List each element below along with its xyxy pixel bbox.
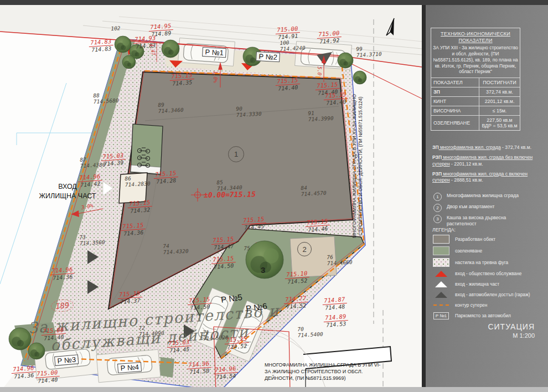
indicators-table-header: ТЕХНИКО-ИКОНОМИЧЕСКИПОКАЗАТЕЛИ ЗА УПИ XI… <box>431 28 520 78</box>
elevation-label: 715.15714.37 <box>117 290 143 306</box>
point-label: 71714.5020 <box>203 329 229 342</box>
callout-text: Двор към апартамент <box>447 204 535 210</box>
indicators-table: ТЕХНИКО-ИКОНОМИЧЕСКИПОКАЗАТЕЛИ ЗА УПИ XI… <box>431 28 520 131</box>
legend-item: вход - жилищна част <box>432 280 543 288</box>
point-label: 85714.3440 <box>216 179 242 192</box>
elevation-label: 715.00714.92 <box>317 30 342 45</box>
legend-swatch-parkbox: Р №1 <box>432 312 450 319</box>
callout-item: 3Кашпа за висока дървесна растителност <box>433 215 539 227</box>
point-label: 89714.3460 <box>158 101 184 115</box>
situation-plan-sheet: ±0.00=715.15 ВХОД ЖИЛИЩНА ЧАСТ За жилищн… <box>0 0 548 392</box>
point-label: 90714.3330 <box>236 105 262 118</box>
elevation-label: 715.15714.50 <box>211 255 236 271</box>
area-note: РЗП многофамилна жил. сграда с включен с… <box>432 171 536 184</box>
elevation-label: 714.96714.42 <box>77 173 103 189</box>
point-label: 73714.3560 <box>79 234 105 247</box>
slope-label: 5.0 <box>317 66 322 75</box>
indicator-row: ЗП372,74 кв.м. <box>431 87 520 96</box>
elevation-label: 715.15714.46 <box>305 218 330 234</box>
callout-number: 2 <box>433 204 442 212</box>
callout-list: 1Многофамилна жилищна сграда2Двор към ап… <box>433 193 539 230</box>
top-frame-strip <box>0 0 548 5</box>
point-label: 75 <box>244 245 250 252</box>
parcel-number-label: 189 <box>50 298 74 313</box>
legend-item: настилка на тревна фуга <box>432 258 543 267</box>
sheet-scale: М 1:200 <box>488 332 535 339</box>
legend-swatch-pav <box>432 258 450 267</box>
elevation-label: 715.15714.32 <box>127 199 153 215</box>
point-label: 76714.4660 <box>327 254 353 267</box>
elevation-label: 715.15714.35 <box>169 72 195 87</box>
legend-swatch-tri-white <box>432 281 450 287</box>
callout-number: 1 <box>433 193 442 201</box>
legend-label: вход - жилищна част <box>455 281 499 287</box>
legend-swatch-tri-dark <box>432 292 450 298</box>
callout-number: 3 <box>433 215 442 223</box>
upi-vi-neighbor-text: МНОГОФАМИЛНА ЖИЛИЩНА СГРАДА В УПИ VI-ЗА … <box>265 362 381 381</box>
sheet-footer: СИТУАЦИЯ М 1:200 <box>488 322 535 339</box>
elevation-label: 714.96714.54 <box>213 365 239 381</box>
greenery-swatch <box>433 246 449 255</box>
callout-item: 1Многофамилна жилищна сграда <box>433 193 539 201</box>
point-label: 84714.4570 <box>301 184 327 198</box>
parking-space-label: Р №3 <box>54 354 79 366</box>
indicators-table-subtitle: ЗА УПИ XIII - За жилищно строителство и … <box>433 45 518 75</box>
panel-divider <box>422 0 426 392</box>
point-label: 99714.3710 <box>356 45 382 59</box>
elevation-label: 714.77714.52 <box>283 295 309 311</box>
elevation-label: 715.15714.45 <box>241 216 267 231</box>
legend-item: Р №1Паркомясто за автомобил <box>432 312 543 319</box>
indicator-row: КИНТ2201,12 кв.м. <box>431 96 520 106</box>
elevation-label: 715.15714.50 <box>187 296 213 312</box>
building-callout-mark: 2 <box>297 242 312 256</box>
parking-space-label: Р №1 <box>202 47 226 58</box>
elevation-label: 714.96714.36 <box>11 365 37 380</box>
garage-entrance-icon <box>435 292 447 298</box>
callout-item: 2Двор към апартамент <box>433 204 539 212</box>
slope-label: 3.0% <box>81 203 94 210</box>
legend-item: Разработван обект <box>432 235 543 244</box>
legend-swatch-green <box>432 246 450 255</box>
legend-item: вход - обществено обслужване <box>432 270 543 277</box>
site-plan: ±0.00=715.15 ВХОД ЖИЛИЩНА ЧАСТ За жилищн… <box>0 0 422 392</box>
point-label: 70714.5400 <box>297 326 323 339</box>
legend-label: озеленяване <box>455 248 482 254</box>
point-label: 88714.5680 <box>93 92 119 105</box>
building-callout-mark: 1 <box>228 146 244 162</box>
legend-label: контур сутерен <box>455 302 487 308</box>
upi-xv-neighbor-text: МНОГОФАМИЛНА ЖИЛИЩНА СГРАДА В УПИ XV-ЗА … <box>351 89 364 244</box>
indicators-rows: ЗП372,74 кв.м.КИНТ2201,12 кв.м.ВИСОЧИНА≤… <box>431 87 520 130</box>
legend-label: Паркомясто за автомобил <box>455 313 511 319</box>
point-label: 87714.4380 <box>80 156 106 169</box>
elevation-label: 715.00714.91 <box>275 25 301 41</box>
area-note: ЗП многофамилна жил. сграда - 372,74 кв.… <box>432 145 536 151</box>
legend-item: озеленяване <box>432 246 543 255</box>
point-label: 102 <box>111 25 121 32</box>
elevation-label: 714.89714.53 <box>323 313 349 329</box>
slope-label: 1.0% <box>213 71 218 83</box>
elevation-label: 715.15714.47 <box>211 236 236 251</box>
elevation-label: 714.96714.36 <box>50 266 75 282</box>
parking-space-label: Р №5 <box>220 292 243 305</box>
elevation-label: 715.00714.40 <box>35 369 60 385</box>
indicators-panel: ТЕХНИКО-ИКОНОМИЧЕСКИПОКАЗАТЕЛИ ЗА УПИ XI… <box>426 0 548 392</box>
bottom-frame-strip <box>0 387 548 392</box>
indicator-row: ВИСОЧИНА≤ 15м. <box>431 106 520 115</box>
elevation-label: 715.00714.40 <box>41 327 66 342</box>
elevation-label: 715.15714.40 <box>275 77 301 92</box>
developed-swatch <box>433 235 449 244</box>
sheet-title: СИТУАЦИЯ <box>488 322 535 331</box>
plan-labels: ±0.00=715.15 ВХОД ЖИЛИЩНА ЧАСТ За жилищн… <box>0 0 422 392</box>
elevation-label: 714.83714.83 <box>89 38 114 54</box>
legend-swatch-dash <box>432 305 450 306</box>
point-label: 72714.4090 <box>138 324 164 338</box>
elevation-label: 715.15714.36 <box>121 222 146 238</box>
legend-swatch-tri-red <box>432 271 450 277</box>
legend-swatch-dev <box>432 235 450 244</box>
planter-callout-mark: 3 <box>261 265 265 275</box>
point-label: 74714.4320 <box>163 243 189 256</box>
area-note: РЗП многофамилна жил. сграда без включен… <box>432 154 536 167</box>
residential-entrance-icon <box>435 281 447 287</box>
basement-contour-icon <box>433 305 449 306</box>
paving-swatch <box>433 258 449 267</box>
